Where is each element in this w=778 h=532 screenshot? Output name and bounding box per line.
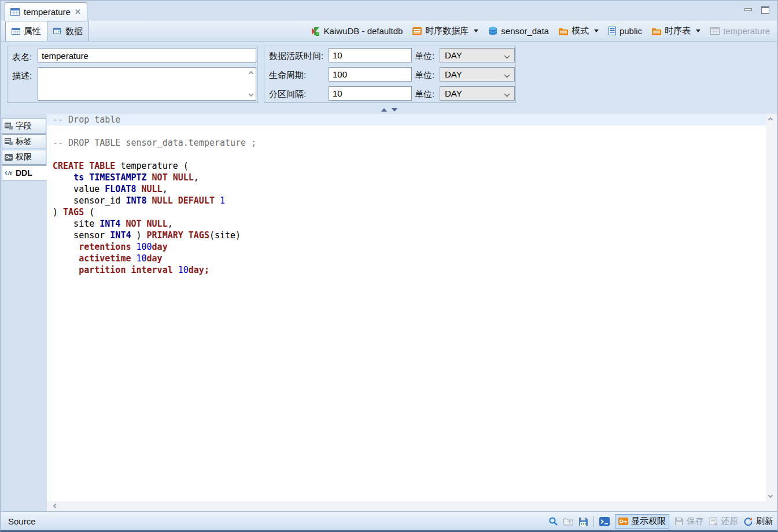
ddl-icon: T <box>5 169 13 176</box>
unit-label-2: 单位: <box>415 70 434 81</box>
time-group: 数据活跃时间: 单位: DAY 生命周期: 单位: DAY 分区间隔: 单位: … <box>264 46 516 103</box>
key-icon <box>5 154 13 161</box>
collapse-up-icon[interactable] <box>381 108 387 112</box>
toolbar: 属性 数据 KaiwuDB - defaultdb 时序数据库 <box>1 21 777 41</box>
save-to-file-icon[interactable] <box>578 517 588 526</box>
revert-icon <box>709 517 718 526</box>
refresh-button[interactable]: 刷新 <box>743 516 773 527</box>
chevron-down-icon[interactable] <box>474 29 478 32</box>
breadcrumb-dbtype-label: 时序数据库 <box>425 25 469 36</box>
chevron-down-icon[interactable] <box>696 29 700 32</box>
permission-key-icon <box>618 518 628 525</box>
active-time-label: 数据活跃时间: <box>269 51 323 62</box>
active-time-unit-select[interactable]: DAY <box>440 48 515 62</box>
properties-icon <box>12 28 20 35</box>
breadcrumb-dbtype[interactable]: 时序数据库 <box>412 25 478 36</box>
breadcrumb-table: temperature <box>710 26 770 36</box>
sidebar-item-ddl-label: DDL <box>16 168 32 178</box>
collapse-down-icon[interactable] <box>392 108 397 112</box>
name-group: 表名: 描述: <box>7 46 258 103</box>
app-window: temperature ✕ 属性 数据 <box>0 0 778 532</box>
table-name-label: 表名: <box>12 52 32 63</box>
sidebar-item-tags[interactable]: 标签 <box>2 134 46 149</box>
chevron-down-icon <box>504 91 510 97</box>
search-icon[interactable] <box>548 516 558 526</box>
show-permission-label: 显示权限 <box>631 516 666 527</box>
lifecycle-unit-select[interactable]: DAY <box>440 67 515 82</box>
breadcrumb-database[interactable]: sensor_data <box>488 26 549 36</box>
description-label: 描述: <box>12 71 32 82</box>
chevron-down-icon[interactable] <box>594 29 599 32</box>
sidebar-item-permissions-label: 权限 <box>16 152 32 162</box>
status-source-label: Source <box>8 516 36 526</box>
unit-label-1: 单位: <box>415 51 434 62</box>
breadcrumb-connection-label: KaiwuDB - defaultdb <box>324 26 403 36</box>
sidebar-item-permissions[interactable]: 权限 <box>2 150 46 165</box>
save-icon <box>674 517 684 526</box>
tab-properties-label: 属性 <box>24 26 41 37</box>
minimize-view-icon[interactable] <box>744 8 752 11</box>
breadcrumb-table-label: temperature <box>723 26 770 36</box>
tags-icon <box>5 138 13 145</box>
horizontal-scrollbar[interactable] <box>47 501 767 512</box>
terminal-icon[interactable] <box>599 517 610 526</box>
tab-temperature[interactable]: temperature ✕ <box>5 2 87 21</box>
fields-icon <box>5 123 13 130</box>
tab-properties[interactable]: 属性 <box>5 21 47 41</box>
ddl-editor[interactable]: -- Drop table -- DROP TABLE sensor_data.… <box>47 114 767 501</box>
sidebar-item-fields[interactable]: 字段 <box>2 119 46 134</box>
unit-value-2: DAY <box>445 69 462 79</box>
unit-label-3: 单位: <box>415 89 434 100</box>
scroll-corner <box>766 501 777 512</box>
editor-tabbar: temperature ✕ <box>1 1 777 21</box>
open-file-icon[interactable] <box>563 517 573 526</box>
scroll-down-icon[interactable] <box>768 493 773 498</box>
table-icon-gray <box>710 27 720 35</box>
breadcrumb-tabletype-label: 时序表 <box>665 25 691 36</box>
partition-unit-select[interactable]: DAY <box>440 86 515 101</box>
sash-collapse-control[interactable] <box>1 106 777 114</box>
active-time-input[interactable] <box>329 48 412 62</box>
scroll-down-icon[interactable] <box>249 92 253 97</box>
data-grid-icon <box>53 28 62 35</box>
lifecycle-label: 生命周期: <box>269 70 306 81</box>
scroll-up-icon[interactable] <box>249 71 253 76</box>
tab-data[interactable]: 数据 <box>47 21 89 41</box>
breadcrumb-schema[interactable]: public <box>609 26 642 36</box>
breadcrumb-schematype-label: 模式 <box>571 25 589 36</box>
database-icon <box>488 27 497 35</box>
breadcrumb-tabletype[interactable]: 时序表 <box>652 25 700 36</box>
sidebar-item-fields-label: 字段 <box>16 121 32 131</box>
table-name-input[interactable] <box>38 49 256 63</box>
partition-input[interactable] <box>329 86 412 101</box>
tab-title: temperature <box>24 7 71 17</box>
description-textarea[interactable] <box>38 67 256 101</box>
chevron-down-icon <box>504 72 510 78</box>
maximize-view-icon[interactable] <box>761 6 769 14</box>
scroll-up-icon[interactable] <box>768 117 773 122</box>
breadcrumb-database-label: sensor_data <box>501 26 549 36</box>
unit-value-1: DAY <box>445 50 462 60</box>
save-button: 保存 <box>674 516 704 527</box>
ts-database-folder-icon <box>412 27 422 35</box>
table-properties-form: 表名: 描述: 数据活跃时间: 单位: DAY 生命周期: 单位: DAY 分区… <box>1 41 777 114</box>
ts-table-folder-icon <box>652 27 661 35</box>
refresh-label: 刷新 <box>756 516 773 527</box>
lifecycle-input[interactable] <box>329 67 412 82</box>
partition-label: 分区间隔: <box>269 89 306 100</box>
vertical-scrollbar[interactable] <box>766 114 777 501</box>
tab-data-label: 数据 <box>65 26 83 37</box>
schema-folder-icon <box>559 27 568 35</box>
sidebar-item-ddl[interactable]: T DDL <box>2 165 47 180</box>
save-label: 保存 <box>687 516 704 527</box>
breadcrumb-schematype[interactable]: 模式 <box>559 25 599 36</box>
breadcrumb: KaiwuDB - defaultdb 时序数据库 sensor_data <box>311 21 770 41</box>
breadcrumb-connection[interactable]: KaiwuDB - defaultdb <box>311 26 403 36</box>
unit-value-3: DAY <box>445 88 462 98</box>
table-icon <box>10 8 20 16</box>
show-permission-button[interactable]: 显示权限 <box>615 514 669 529</box>
scroll-left-icon[interactable] <box>53 504 58 508</box>
close-tab-icon[interactable]: ✕ <box>75 8 81 16</box>
status-bar: Source 显示权限 <box>1 511 777 530</box>
refresh-icon <box>743 517 753 526</box>
